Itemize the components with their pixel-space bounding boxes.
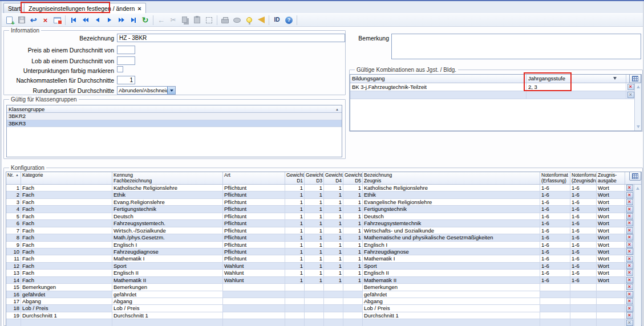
scroll-down-icon[interactable] — [637, 125, 640, 128]
delete-row-button[interactable]: × — [626, 199, 633, 205]
cell-gewicht-d5[interactable] — [343, 284, 363, 290]
delete-row-button[interactable]: × — [626, 277, 633, 283]
cell-gewicht-d4[interactable]: 1 — [324, 234, 343, 241]
cell-notenformat-zeugnisdruck[interactable]: 1-6 — [570, 270, 597, 276]
cell-gewicht-d4[interactable]: 1 — [324, 255, 343, 262]
cell-bezeichnung-zeugnis[interactable]: Mathematik II — [363, 277, 540, 283]
cell-kategorie[interactable]: Fach — [21, 242, 112, 248]
cell-gewicht-d5[interactable] — [343, 291, 363, 298]
cell-kategorie[interactable]: Lob / Preis — [21, 305, 112, 311]
delete-row-button[interactable]: × — [626, 234, 633, 241]
cell-zeugnisausgabe[interactable] — [597, 284, 625, 290]
cell-art[interactable]: Pflichtunt — [223, 255, 285, 262]
cell-gewicht-d1[interactable]: 1 — [285, 270, 305, 276]
cell-gewicht-d5[interactable]: 1 — [343, 234, 363, 241]
cell-zeugnisausgabe[interactable]: Wort — [597, 255, 625, 262]
cell-art[interactable]: Pflichtunt — [223, 206, 285, 212]
delete-row-button[interactable]: × — [626, 242, 633, 248]
edit-form-button[interactable] — [51, 14, 63, 26]
cell-art[interactable]: Wahlunt — [223, 263, 285, 269]
cell-art[interactable]: Pflichtunt — [223, 213, 285, 219]
cell-gewicht-d5[interactable]: 1 — [343, 227, 363, 234]
cell-zeugnisausgabe[interactable] — [597, 319, 625, 325]
cell-notenformat-erfassung[interactable]: 1-6 — [540, 248, 570, 255]
cell-kategorie[interactable]: Fach — [21, 255, 112, 262]
cell-gewicht-d1[interactable] — [285, 319, 305, 325]
new-record-button[interactable] — [3, 14, 15, 26]
cell-gewicht-d4[interactable] — [324, 284, 343, 290]
cell-kennung-fachbezeichnung[interactable]: Mathematik II — [112, 277, 223, 283]
cell-art[interactable]: Pflichtunt — [223, 220, 285, 226]
cell-bildungsgang[interactable]: BK 3-j.Fahrzeugtechnik-Teilzeit — [350, 83, 526, 91]
cell-bezeichnung-zeugnis[interactable]: Sport — [363, 263, 540, 269]
cell-bezeichnung-zeugnis[interactable]: Fahrzeugsystemtechnik — [363, 220, 540, 226]
cell-gewicht-d5[interactable]: 1 — [343, 185, 363, 191]
cell-kennung-fachbezeichnung[interactable]: Sport — [112, 263, 223, 269]
cell-gewicht-d3[interactable] — [305, 319, 324, 325]
column-header-klassengruppe[interactable]: Klassengruppe ▲ — [7, 105, 342, 112]
cell-kategorie[interactable]: Bemerkungen — [21, 284, 112, 290]
cell-notenformat-zeugnisdruck[interactable]: 1-6 — [570, 255, 597, 262]
cell-kategorie[interactable] — [21, 319, 112, 325]
cell-gewicht-d3[interactable] — [305, 284, 324, 290]
cell-kennung-fachbezeichnung[interactable]: Fertigungstechnik — [112, 206, 223, 212]
cell-zeugnisausgabe[interactable]: Wort — [597, 248, 625, 255]
cell-notenformat-erfassung[interactable] — [540, 298, 570, 304]
cell-jahrgangsstufe[interactable]: 2, 3 — [526, 83, 626, 91]
cell-gewicht-d5[interactable]: 1 — [343, 277, 363, 283]
cell-notenformat-erfassung[interactable]: 1-6 — [540, 191, 570, 198]
cell-kategorie[interactable]: Fach — [21, 206, 112, 212]
cell-gewicht-d3[interactable]: 1 — [305, 185, 324, 191]
cell-nr[interactable]: 10 — [6, 248, 21, 255]
select-region-button[interactable] — [203, 14, 215, 26]
column-header-bezeichnung-zeugnis[interactable]: Bezeichnung Zeugnis — [363, 172, 540, 184]
cell-bezeichnung-zeugnis[interactable] — [363, 319, 540, 325]
cell-zeugnisausgabe[interactable]: Wort — [597, 220, 625, 226]
preview-button[interactable] — [231, 14, 243, 26]
cell-gewicht-d4[interactable] — [324, 319, 343, 325]
cell-gewicht-d1[interactable]: 1 — [285, 213, 305, 219]
cell-art[interactable]: Wahlunt — [223, 270, 285, 276]
hint-button[interactable] — [243, 14, 255, 26]
delete-row-button[interactable]: × — [626, 248, 633, 255]
delete-row-button[interactable]: × — [626, 213, 633, 219]
cell-notenformat-zeugnisdruck[interactable] — [570, 312, 597, 319]
cell-gewicht-d3[interactable]: 1 — [305, 277, 324, 283]
cell-kategorie[interactable]: Fach — [21, 220, 112, 226]
cell-zeugnisausgabe[interactable]: Wort — [597, 277, 625, 283]
cell-kennung-fachbezeichnung[interactable]: Evang.Religionslehre — [112, 199, 223, 205]
cell-notenformat-erfassung[interactable] — [540, 291, 570, 298]
print-button[interactable] — [219, 14, 231, 26]
cell-gewicht-d4[interactable]: 1 — [324, 242, 343, 248]
cell-nr[interactable]: 8 — [6, 234, 21, 241]
cell-bildungsgang[interactable] — [350, 91, 526, 99]
cell-kennung-fachbezeichnung[interactable]: Englisch II — [112, 270, 223, 276]
cell-gewicht-d1[interactable]: 1 — [285, 242, 305, 248]
delete-row-button[interactable]: × — [626, 291, 633, 298]
cell-notenformat-erfassung[interactable]: 1-6 — [540, 199, 570, 205]
column-header-gewicht-d1[interactable]: Gewicht D1 — [285, 172, 305, 184]
cell-gewicht-d4[interactable]: 1 — [324, 263, 343, 269]
delete-row-button[interactable]: × — [626, 256, 633, 262]
cell-kennung-fachbezeichnung[interactable]: Fahrzeugdiagnose — [112, 248, 223, 255]
cell-kategorie[interactable]: Fach — [21, 248, 112, 255]
cell-gewicht-d1[interactable] — [285, 312, 305, 319]
kombinationen-grid-settings-button[interactable] — [629, 74, 641, 83]
cell-gewicht-d1[interactable]: 1 — [285, 234, 305, 241]
cell-gewicht-d5[interactable] — [343, 319, 363, 325]
cell-kategorie[interactable]: gefährdet — [21, 291, 112, 298]
cell-kennung-fachbezeichnung[interactable]: Katholische Religionslehre — [112, 185, 223, 191]
cell-gewicht-d4[interactable]: 1 — [324, 206, 343, 212]
cell-zeugnisausgabe[interactable]: Wort — [597, 185, 625, 191]
cell-notenformat-erfassung[interactable]: 1-6 — [540, 277, 570, 283]
cell-gewicht-d4[interactable]: 1 — [324, 220, 343, 226]
cell-bezeichnung-zeugnis[interactable]: Fahrzeugdiagnose — [363, 248, 540, 255]
column-header-kennung-fachbezeichnung[interactable]: Kennung Fachbezeichnung — [112, 172, 223, 184]
cell-zeugnisausgabe[interactable]: Wort — [597, 227, 625, 234]
konfiguration-grid-settings-button[interactable] — [629, 172, 641, 181]
cell-bezeichnung-zeugnis[interactable]: Lob / Preis — [363, 305, 540, 311]
cell-gewicht-d4[interactable]: 1 — [324, 277, 343, 283]
cell-gewicht-d4[interactable] — [324, 298, 343, 304]
column-header-kategorie[interactable]: Kategorie — [21, 172, 112, 184]
cell-kategorie[interactable]: Fach — [21, 270, 112, 276]
